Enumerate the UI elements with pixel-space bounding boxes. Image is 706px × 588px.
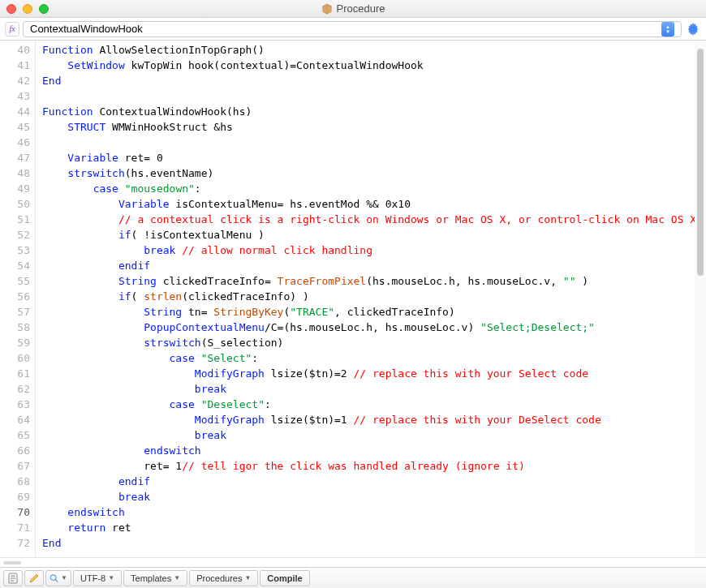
updown-arrows-icon: ▲▼ — [661, 22, 674, 36]
svg-line-5 — [55, 579, 58, 582]
encoding-button[interactable]: UTF-8 ▼ — [73, 570, 122, 586]
window-title: Procedure — [0, 2, 706, 15]
compile-button[interactable]: Compile — [260, 570, 309, 586]
document-icon-button[interactable] — [3, 570, 23, 586]
bottom-toolbar: ▼ UTF-8 ▼ Templates ▼ Procedures ▼ Compi… — [0, 567, 706, 588]
function-icon: fx — [5, 22, 19, 36]
window-title-text: Procedure — [337, 2, 385, 15]
minimize-window-button[interactable] — [23, 4, 32, 14]
code-area[interactable]: Function AllowSelectionInTopGraph() SetW… — [36, 41, 695, 557]
gear-icon[interactable] — [685, 21, 701, 37]
zoom-window-button[interactable] — [39, 4, 49, 14]
pencil-icon-button[interactable] — [24, 570, 44, 586]
chevron-down-icon: ▼ — [174, 574, 180, 582]
scrollbar-thumb[interactable] — [697, 49, 704, 276]
vertical-scrollbar[interactable] — [695, 41, 706, 557]
chevron-down-icon: ▼ — [244, 574, 251, 582]
function-selector-value: ContextualWindowHook — [30, 23, 143, 35]
code-editor[interactable]: 4041424344454647484950515253545556575859… — [0, 41, 706, 557]
chevron-down-icon: ▼ — [108, 574, 114, 582]
status-strip — [0, 557, 706, 567]
compile-label: Compile — [267, 573, 302, 583]
window-controls — [0, 4, 49, 14]
magnifier-icon-button[interactable]: ▼ — [45, 570, 71, 586]
line-number-gutter: 4041424344454647484950515253545556575859… — [0, 41, 36, 557]
procedures-label: Procedures — [196, 573, 242, 583]
title-bar: Procedure — [0, 0, 706, 18]
templates-button[interactable]: Templates ▼ — [123, 570, 187, 586]
procedures-button[interactable]: Procedures ▼ — [189, 570, 258, 586]
svg-point-4 — [50, 574, 55, 579]
function-selector[interactable]: ContextualWindowHook ▲▼ — [23, 21, 682, 37]
encoding-label: UTF-8 — [80, 573, 105, 583]
chevron-down-icon: ▼ — [61, 574, 67, 582]
templates-label: Templates — [131, 573, 171, 583]
function-toolbar: fx ContextualWindowHook ▲▼ — [0, 18, 706, 41]
procedure-file-icon — [321, 3, 333, 15]
close-window-button[interactable] — [6, 4, 16, 14]
